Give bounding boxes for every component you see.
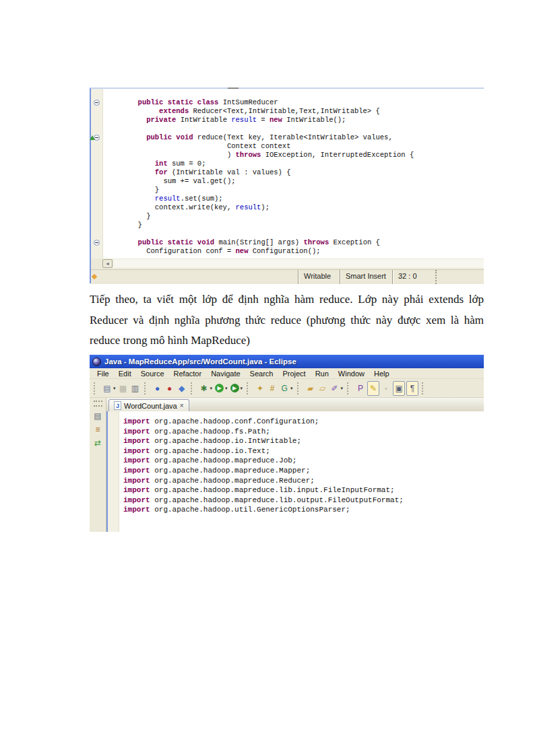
code-line: import org.apache.hadoop.mapreduce.lib.i…: [123, 485, 484, 495]
code-line: public static void main(String[] args) t…: [129, 238, 484, 247]
menu-item-refactor[interactable]: Refactor: [169, 370, 207, 378]
code-line: public static class IntSumReducer: [129, 98, 484, 107]
code-line: private IntWritable result = new IntWrit…: [129, 116, 484, 125]
code-line: import org.apache.hadoop.mapreduce.Mappe…: [123, 466, 484, 476]
toolbar-separator: [144, 382, 148, 394]
window-title: Java - MapReduceApp/src/WordCount.java -…: [104, 357, 296, 366]
java-file-icon: J: [114, 401, 121, 410]
menu-bar: FileEditSourceRefactorNavigateSearchProj…: [90, 368, 484, 379]
dropdown-arrow-icon[interactable]: ▾: [113, 386, 116, 391]
code-snippet-screenshot: public static class IntSumReducer extend…: [90, 88, 484, 283]
toggle-breadcrumb-icon[interactable]: ◦: [381, 382, 391, 395]
status-smart-insert: Smart Insert: [340, 270, 392, 284]
editor-tab-wordcount[interactable]: J WordCount.java ×: [108, 399, 189, 411]
code-line: for (IntWritable val : values) {: [129, 168, 484, 177]
code-line: import org.apache.hadoop.mapreduce.Job;: [123, 456, 484, 466]
status-writable: Writable: [298, 270, 340, 284]
menu-item-navigate[interactable]: Navigate: [206, 370, 245, 378]
tab-close-icon[interactable]: ×: [180, 402, 184, 409]
save-icon[interactable]: ▦: [118, 382, 129, 395]
show-whitespace-icon[interactable]: ¶: [406, 381, 418, 396]
new-wizard-icon[interactable]: ▤▾: [102, 382, 117, 395]
status-bar: WritableSmart Insert32 : 0: [91, 269, 484, 284]
external-tools-icon[interactable]: ▶▾: [230, 382, 244, 395]
toolbar: ▤▾▦▥●●◆✱▾▶▾▶▾✦#G▾▰▱✐▾P✎◦▣¶: [90, 379, 484, 398]
red-plugin-icon[interactable]: ●: [164, 382, 175, 395]
next-annotation-icon[interactable]: P: [355, 382, 366, 395]
globe-plugin-icon[interactable]: ●: [152, 382, 163, 395]
code-line: import org.apache.hadoop.mapreduce.Reduc…: [123, 476, 484, 486]
fast-view-bar: ▤≡⇄: [90, 398, 106, 532]
import-folder-icon[interactable]: ▰: [305, 382, 316, 395]
hadoop-plugin-icon[interactable]: ◆: [177, 382, 187, 395]
toolbar-separator: [94, 382, 98, 394]
code-line: import org.apache.hadoop.fs.Path;: [123, 427, 484, 437]
code-line: context.write(key, result);: [129, 203, 484, 212]
new-java-class-icon[interactable]: ✦: [255, 382, 265, 395]
menu-item-project[interactable]: Project: [278, 370, 310, 378]
hierarchy-view-icon[interactable]: ≡: [90, 424, 106, 435]
eclipse-logo-icon: [92, 357, 101, 366]
fastview-drag-handle[interactable]: [94, 401, 102, 407]
scroll-left-button[interactable]: ◂: [102, 259, 113, 268]
code-line: sum += val.get();: [129, 177, 484, 186]
dropdown-arrow-icon[interactable]: ▾: [210, 386, 213, 391]
dropdown-arrow-icon[interactable]: ▾: [290, 386, 293, 391]
fold-marker-icon[interactable]: [94, 100, 100, 106]
window-titlebar[interactable]: Java - MapReduceApp/src/WordCount.java -…: [90, 355, 484, 368]
search-wand-icon[interactable]: ✐▾: [329, 382, 344, 395]
dropdown-arrow-icon[interactable]: ▾: [225, 386, 228, 391]
toolbar-separator: [297, 382, 301, 394]
toolbar-separator: [191, 382, 195, 394]
workbench-area: ▤≡⇄ J WordCount.java × import org.apache…: [90, 398, 484, 532]
run-icon[interactable]: ▶▾: [214, 382, 228, 395]
code-line: [129, 230, 484, 238]
show-source-icon[interactable]: ▣: [393, 381, 405, 396]
menu-item-source[interactable]: Source: [136, 370, 169, 378]
import-statements[interactable]: import org.apache.hadoop.conf.Configurat…: [119, 411, 484, 532]
annotation-ruler: [108, 411, 119, 532]
scrollbar-track[interactable]: [113, 259, 484, 268]
paragraph-line: Tiếp theo, ta viết một lớp để định nghĩa…: [90, 289, 484, 310]
paragraph-line: Reducer và định nghĩa phương thức reduce…: [90, 310, 484, 331]
menu-item-run[interactable]: Run: [311, 370, 334, 378]
dropdown-arrow-icon[interactable]: ▾: [341, 386, 344, 391]
menu-item-help[interactable]: Help: [369, 370, 394, 378]
body-paragraph: Tiếp theo, ta viết một lớp để định nghĩa…: [90, 289, 484, 351]
code-line: import org.apache.hadoop.mapreduce.lib.o…: [123, 495, 484, 506]
document-page: public static class IntSumReducer extend…: [0, 0, 535, 756]
annotation-ruler: [91, 89, 103, 259]
code-line: import org.apache.hadoop.conf.Configurat…: [123, 417, 484, 427]
paragraph-line: reduce trong mô hình MapReduce): [90, 331, 484, 351]
menu-item-window[interactable]: Window: [334, 370, 369, 378]
status-grip: [435, 270, 484, 284]
open-folder-icon[interactable]: ▱: [317, 382, 328, 395]
mark-occurrences-icon[interactable]: ✎: [367, 381, 379, 396]
code-line: import org.apache.hadoop.io.Text;: [123, 446, 484, 456]
toolbar-separator: [247, 382, 251, 394]
new-java-package-icon[interactable]: #: [267, 382, 278, 395]
code-line: Context context: [129, 142, 484, 151]
horizontal-scrollbar[interactable]: ◂: [91, 259, 484, 270]
dropdown-arrow-icon[interactable]: ▾: [241, 386, 243, 391]
menu-item-edit[interactable]: Edit: [114, 370, 136, 378]
code-line: Configuration conf = new Configuration()…: [129, 247, 484, 256]
code-line: }: [129, 212, 484, 221]
synchronize-view-icon[interactable]: ⇄: [90, 438, 106, 448]
code-editor-area[interactable]: public static class IntSumReducer extend…: [102, 89, 484, 259]
code-line: }: [129, 186, 484, 195]
code-line: import org.apache.hadoop.util.GenericOpt…: [123, 505, 484, 515]
menu-item-file[interactable]: File: [92, 370, 114, 378]
editor-tab-row: J WordCount.java ×: [106, 398, 484, 412]
debug-icon[interactable]: ✱▾: [199, 382, 214, 395]
fold-marker-icon[interactable]: [94, 240, 100, 246]
print-icon[interactable]: ▥: [130, 382, 141, 395]
code-editor-area[interactable]: import org.apache.hadoop.conf.Configurat…: [106, 411, 484, 532]
editor-pane: J WordCount.java × import org.apache.had…: [106, 398, 484, 532]
override-indicator-icon: [90, 135, 95, 140]
menu-item-search[interactable]: Search: [245, 370, 278, 378]
status-spacer: [91, 270, 298, 284]
code-line: }: [129, 221, 484, 230]
generate-icon[interactable]: G▾: [279, 382, 294, 395]
package-explorer-view-icon[interactable]: ▤: [90, 411, 106, 421]
